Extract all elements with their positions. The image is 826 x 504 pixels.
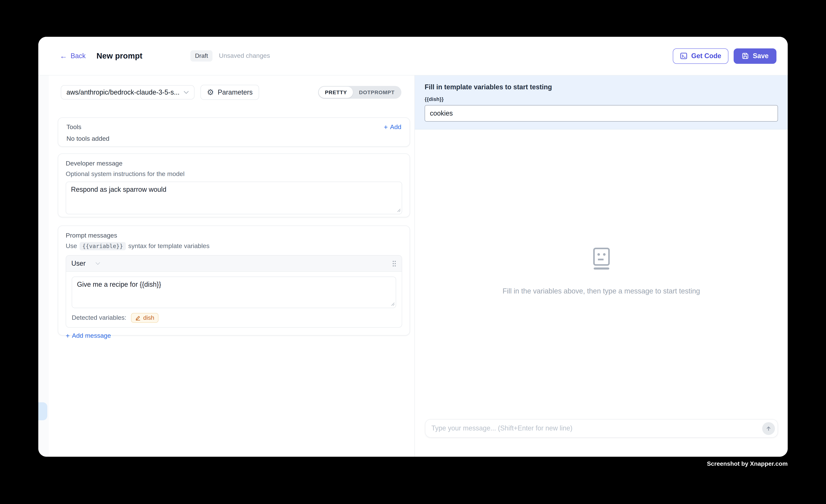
chat-empty-text: Fill in the variables above, then type a… xyxy=(503,287,700,295)
toggle-pretty[interactable]: PRETTY xyxy=(319,87,353,98)
toggle-dotprompt[interactable]: DOTPROMPT xyxy=(353,87,401,98)
detected-variables-row: Detected variables: dish xyxy=(66,310,402,327)
get-code-label: Get Code xyxy=(691,52,721,60)
get-code-button[interactable]: Get Code xyxy=(673,48,728,64)
back-arrow-icon: ← xyxy=(60,52,67,60)
variable-chip-dish[interactable]: dish xyxy=(131,313,159,323)
back-label: Back xyxy=(71,52,85,60)
page-title: New prompt xyxy=(97,51,142,60)
add-message-label: Add message xyxy=(72,332,111,339)
message-composer xyxy=(425,419,778,438)
chevron-down-icon xyxy=(184,90,189,94)
rail-selected-item-highlight[interactable] xyxy=(38,402,47,420)
back-button[interactable]: ← Back xyxy=(60,52,85,60)
robot-icon xyxy=(592,247,610,270)
save-label: Save xyxy=(753,52,769,60)
watermark: Screenshot by Xnapper.com xyxy=(707,460,788,467)
chat-empty-state: Fill in the variables above, then type a… xyxy=(415,108,788,435)
collapsed-left-rail xyxy=(38,75,49,457)
drag-handle-icon[interactable] xyxy=(392,260,397,267)
model-select[interactable]: aws/anthropic/bedrock-claude-3-5-s... xyxy=(61,85,194,100)
developer-message-title: Developer message xyxy=(66,160,402,167)
header: ← Back New prompt Draft Unsaved changes … xyxy=(38,37,788,75)
detected-variables-label: Detected variables: xyxy=(72,314,126,322)
add-tool-button[interactable]: + Add xyxy=(384,123,401,131)
variable-key-label: {{dish}} xyxy=(425,96,778,102)
chevron-down-icon xyxy=(95,262,100,265)
app-body: aws/anthropic/bedrock-claude-3-5-s... ⚙ … xyxy=(38,75,788,457)
editor-toolbar: aws/anthropic/bedrock-claude-3-5-s... ⚙ … xyxy=(61,85,401,100)
gear-icon: ⚙ xyxy=(207,88,214,96)
message-content-textarea[interactable]: Give me a recipe for {{dish}} xyxy=(72,276,396,308)
hint-variable-code: {{variable}} xyxy=(79,242,126,250)
message-role-select[interactable]: User xyxy=(71,259,100,267)
prompt-messages-card: Prompt messages Use {{variable}} syntax … xyxy=(58,226,410,335)
format-toggle: PRETTY DOTPROMPT xyxy=(318,86,401,99)
tools-empty-text: No tools added xyxy=(66,135,401,143)
arrow-up-icon xyxy=(765,425,772,432)
developer-message-textarea[interactable]: Respond as jack sparrow would xyxy=(66,182,402,214)
message-role-value: User xyxy=(71,259,85,267)
template-hint: Use {{variable}} syntax for template var… xyxy=(66,242,402,250)
tools-card: Tools + Add No tools added xyxy=(58,118,410,147)
parameters-label: Parameters xyxy=(218,88,253,96)
status-badge: Draft xyxy=(190,50,213,62)
resize-grip-icon[interactable] xyxy=(397,207,401,213)
parameters-button[interactable]: ⚙ Parameters xyxy=(200,85,259,100)
template-variables-title: Fill in template variables to start test… xyxy=(425,83,778,91)
prompt-editor-panel: aws/anthropic/bedrock-claude-3-5-s... ⚙ … xyxy=(49,75,415,457)
chat-message-input[interactable] xyxy=(427,425,762,432)
variable-chip-label: dish xyxy=(143,314,154,321)
message-header: User xyxy=(66,256,402,272)
unsaved-changes-note: Unsaved changes xyxy=(219,52,270,60)
model-select-value: aws/anthropic/bedrock-claude-3-5-s... xyxy=(66,88,179,96)
tools-card-header: Tools + Add xyxy=(66,123,401,131)
hint-prefix: Use xyxy=(66,242,77,250)
developer-message-subtitle: Optional system instructions for the mod… xyxy=(66,170,402,178)
prompt-messages-title: Prompt messages xyxy=(66,232,402,239)
send-button[interactable] xyxy=(762,422,775,435)
save-button[interactable]: Save xyxy=(733,48,776,64)
terminal-icon xyxy=(680,52,688,60)
test-panel: Fill in template variables to start test… xyxy=(415,75,788,457)
chat-area: Fill in the variables above, then type a… xyxy=(415,129,788,457)
add-message-button[interactable]: + Add message xyxy=(66,332,402,339)
save-icon xyxy=(742,52,749,60)
message-block: User xyxy=(66,255,402,328)
tools-title: Tools xyxy=(66,123,81,131)
message-textarea-wrap: Give me a recipe for {{dish}} xyxy=(72,276,396,310)
developer-message-textarea-wrap: Respond as jack sparrow would xyxy=(66,182,402,216)
developer-message-card: Developer message Optional system instru… xyxy=(58,153,410,217)
screenshot-stage: ← Back New prompt Draft Unsaved changes … xyxy=(0,0,826,504)
hint-suffix: syntax for template variables xyxy=(128,242,210,250)
resize-grip-icon[interactable] xyxy=(391,301,395,307)
plus-icon: + xyxy=(66,332,70,339)
plus-icon: + xyxy=(384,124,388,131)
add-tool-label: Add xyxy=(390,123,402,131)
prompt-editor-window: ← Back New prompt Draft Unsaved changes … xyxy=(38,37,788,457)
message-body: Give me a recipe for {{dish}} xyxy=(66,272,402,310)
pencil-icon xyxy=(135,315,140,321)
